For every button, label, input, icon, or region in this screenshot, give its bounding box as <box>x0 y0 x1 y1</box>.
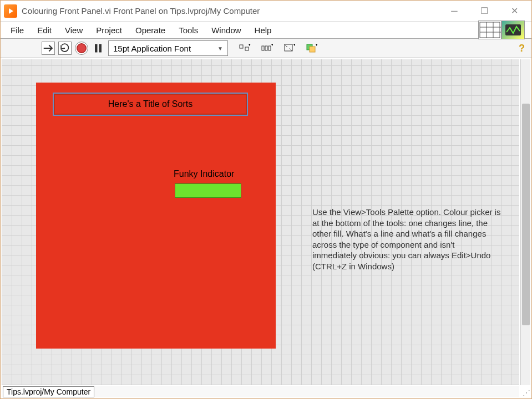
menu-file[interactable]: File <box>5 23 29 37</box>
scrollbar-thumb[interactable] <box>522 104 530 325</box>
svg-text:▾: ▾ <box>271 43 273 47</box>
resize-grip[interactable]: ⋰ <box>521 388 530 397</box>
title-string-indicator[interactable]: Here's a Title of Sorts <box>53 93 248 116</box>
menu-tools[interactable]: Tools <box>173 23 204 37</box>
connector-pane-icon[interactable] <box>478 21 501 39</box>
instruction-text[interactable]: Use the View>Tools Palette option. Colou… <box>312 207 501 272</box>
close-button[interactable]: ✕ <box>507 4 521 18</box>
svg-text:▾: ▾ <box>316 43 317 47</box>
svg-text:▾: ▾ <box>293 43 295 47</box>
titlebar: Colouring Front Panel.vi Front Panel on … <box>1 1 531 22</box>
project-path-status: Tips.lvproj/My Computer <box>3 386 94 397</box>
svg-rect-13 <box>265 46 267 50</box>
front-panel-canvas[interactable]: Here's a Title of Sorts Funky Indicator … <box>2 59 519 385</box>
toolbar: 15pt Application Font ▼ ▾ ▾ ▾ ▾ ? <box>1 38 531 58</box>
svg-rect-14 <box>268 46 271 50</box>
indicator-label[interactable]: Funky Indicator <box>174 169 234 179</box>
menu-project[interactable]: Project <box>90 23 128 37</box>
menu-view[interactable]: View <box>59 23 88 37</box>
decoration-panel[interactable]: Here's a Title of Sorts Funky Indicator <box>36 83 276 349</box>
svg-rect-19 <box>310 47 315 52</box>
run-continuous-button[interactable] <box>58 42 72 55</box>
run-button[interactable] <box>42 42 55 55</box>
menubar: File Edit View Project Operate Tools Win… <box>1 22 531 38</box>
chevron-down-icon: ▼ <box>217 45 223 52</box>
vertical-scrollbar[interactable] <box>520 59 530 385</box>
labview-app-icon <box>4 4 17 18</box>
menu-edit[interactable]: Edit <box>32 23 57 37</box>
svg-point-6 <box>77 44 87 53</box>
svg-rect-9 <box>240 45 243 48</box>
font-dropdown[interactable]: 15pt Application Font ▼ <box>108 40 228 56</box>
pause-button[interactable] <box>92 42 105 55</box>
svg-text:▾: ▾ <box>249 43 251 47</box>
window-title: Colouring Front Panel.vi Front Panel on … <box>22 6 447 16</box>
svg-rect-0 <box>480 22 500 38</box>
svg-rect-12 <box>262 46 264 50</box>
menu-operate[interactable]: Operate <box>130 23 171 37</box>
status-bar: Tips.lvproj/My Computer <box>2 386 519 397</box>
align-objects-button[interactable]: ▾ <box>237 42 252 55</box>
menu-help[interactable]: Help <box>249 23 277 37</box>
funky-indicator[interactable] <box>175 183 241 198</box>
resize-objects-button[interactable]: ▾ <box>281 42 297 55</box>
font-label: 15pt Application Font <box>113 44 191 53</box>
svg-rect-7 <box>95 44 98 53</box>
reorder-button[interactable]: ▾ <box>303 42 319 55</box>
minimize-button[interactable]: ─ <box>447 4 462 18</box>
vi-icon[interactable] <box>501 21 525 39</box>
distribute-objects-button[interactable]: ▾ <box>259 42 275 55</box>
abort-button[interactable] <box>75 42 88 55</box>
context-help-button[interactable]: ? <box>519 43 525 54</box>
maximize-button[interactable]: ☐ <box>477 4 492 18</box>
menu-window[interactable]: Window <box>206 23 246 37</box>
title-text: Here's a Title of Sorts <box>108 99 192 109</box>
svg-rect-8 <box>99 44 102 53</box>
svg-rect-10 <box>245 47 249 50</box>
